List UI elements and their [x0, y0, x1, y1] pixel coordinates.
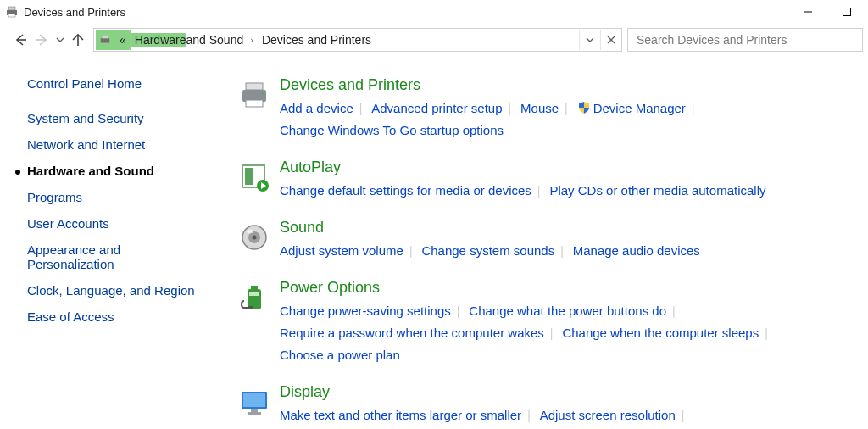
display-icon — [229, 383, 280, 426]
sidebar-item-appearance[interactable]: Appearance and Personalization — [27, 242, 171, 271]
svg-rect-1 — [8, 7, 15, 10]
breadcrumb-devices-and-printers[interactable]: Devices and Printers — [257, 30, 376, 50]
svg-rect-13 — [246, 83, 263, 90]
link-require-password-wake[interactable]: Require a password when the computer wak… — [280, 326, 544, 340]
link-mouse[interactable]: Mouse — [520, 101, 559, 115]
sidebar-item-programs[interactable]: Programs — [27, 190, 229, 204]
category-title[interactable]: AutoPlay — [280, 159, 851, 176]
svg-rect-17 — [245, 168, 253, 185]
category-display: Display Make text and other items larger… — [229, 383, 851, 426]
category-title[interactable]: Devices and Printers — [280, 76, 851, 94]
svg-rect-26 — [248, 306, 253, 309]
sidebar-item-hardware-sound[interactable]: Hardware and Sound — [27, 164, 229, 178]
search-box[interactable] — [627, 28, 863, 52]
svg-point-21 — [253, 236, 257, 240]
svg-rect-8 — [101, 38, 110, 42]
link-advanced-printer-setup[interactable]: Advanced printer setup — [371, 101, 502, 115]
sidebar-item-network-internet[interactable]: Network and Internet — [27, 137, 229, 152]
link-choose-power-plan[interactable]: Choose a power plan — [280, 348, 400, 362]
category-title[interactable]: Display — [280, 383, 851, 401]
sidebar-item-ease-of-access[interactable]: Ease of Access — [27, 309, 229, 324]
autoplay-icon — [229, 159, 280, 202]
control-panel-home-link[interactable]: Control Panel Home — [27, 76, 229, 91]
link-text-size[interactable]: Make text and other items larger or smal… — [280, 408, 521, 422]
control-panel-icon — [96, 30, 114, 50]
titlebar: Devices and Printers — [0, 0, 868, 24]
category-power-options: Power Options Change power-saving settin… — [229, 279, 851, 366]
content: Control Panel Home System and Security N… — [0, 59, 868, 429]
link-power-buttons[interactable]: Change what the power buttons do — [469, 304, 666, 318]
back-button[interactable] — [10, 30, 31, 50]
minimize-button[interactable] — [788, 0, 827, 24]
breadcrumb-hardware-and-sound[interactable]: Hardware and Sound — [131, 30, 247, 50]
navbar: « Hardware and Sound › Devices and Print… — [0, 24, 868, 59]
link-computer-sleeps[interactable]: Change when the computer sleeps — [562, 326, 759, 340]
svg-rect-25 — [249, 292, 259, 296]
refresh-button[interactable] — [600, 30, 621, 50]
printer-icon — [5, 5, 19, 19]
sidebar-item-system-security[interactable]: System and Security — [27, 111, 229, 125]
category-title[interactable]: Sound — [280, 219, 851, 237]
link-device-manager[interactable]: Device Manager — [593, 101, 686, 115]
maximize-button[interactable] — [827, 0, 866, 24]
svg-point-15 — [262, 92, 264, 95]
breadcrumb[interactable]: « Hardware and Sound › Devices and Print… — [93, 28, 622, 52]
svg-rect-4 — [843, 8, 851, 16]
link-adjust-volume[interactable]: Adjust system volume — [280, 243, 403, 258]
category-autoplay: AutoPlay Change default settings for med… — [229, 159, 851, 202]
power-icon — [229, 279, 280, 366]
link-play-cds-auto[interactable]: Play CDs or other media automatically — [549, 183, 765, 198]
sidebar-item-clock-language[interactable]: Clock, Language, and Region — [27, 283, 229, 298]
svg-rect-30 — [248, 412, 261, 415]
link-windows-to-go[interactable]: Change Windows To Go startup options — [280, 123, 504, 137]
link-add-a-device[interactable]: Add a device — [280, 101, 353, 115]
up-button[interactable] — [68, 30, 88, 50]
window-title: Devices and Printers — [24, 6, 125, 19]
svg-point-22 — [247, 230, 253, 234]
category-sound: Sound Adjust system volume| Change syste… — [229, 219, 851, 262]
devices-printers-icon — [229, 76, 280, 142]
main-panel: Devices and Printers Add a device| Advan… — [229, 76, 868, 429]
link-screen-resolution[interactable]: Adjust screen resolution — [540, 408, 676, 422]
search-input[interactable] — [635, 32, 862, 47]
svg-rect-2 — [8, 14, 15, 17]
forward-button[interactable] — [32, 30, 53, 50]
link-change-sounds[interactable]: Change system sounds — [421, 243, 554, 258]
category-devices-and-printers: Devices and Printers Add a device| Advan… — [229, 76, 851, 142]
link-manage-audio[interactable]: Manage audio devices — [573, 243, 700, 258]
chevron-right-icon[interactable]: › — [247, 35, 257, 45]
link-change-default-media[interactable]: Change default settings for media or dev… — [280, 183, 531, 198]
sidebar: Control Panel Home System and Security N… — [0, 76, 229, 429]
sidebar-item-user-accounts[interactable]: User Accounts — [27, 216, 229, 231]
sound-icon — [229, 219, 280, 262]
breadcrumb-prefix[interactable]: « — [114, 30, 131, 50]
breadcrumb-dropdown-button[interactable] — [579, 30, 600, 50]
category-title[interactable]: Power Options — [280, 279, 851, 297]
link-power-saving[interactable]: Change power-saving settings — [280, 304, 451, 318]
shield-icon — [577, 101, 591, 114]
svg-rect-14 — [246, 100, 263, 107]
svg-rect-29 — [251, 409, 258, 412]
svg-rect-9 — [103, 36, 108, 39]
recent-locations-button[interactable] — [54, 30, 66, 50]
svg-rect-28 — [243, 393, 265, 407]
svg-rect-24 — [251, 286, 258, 290]
